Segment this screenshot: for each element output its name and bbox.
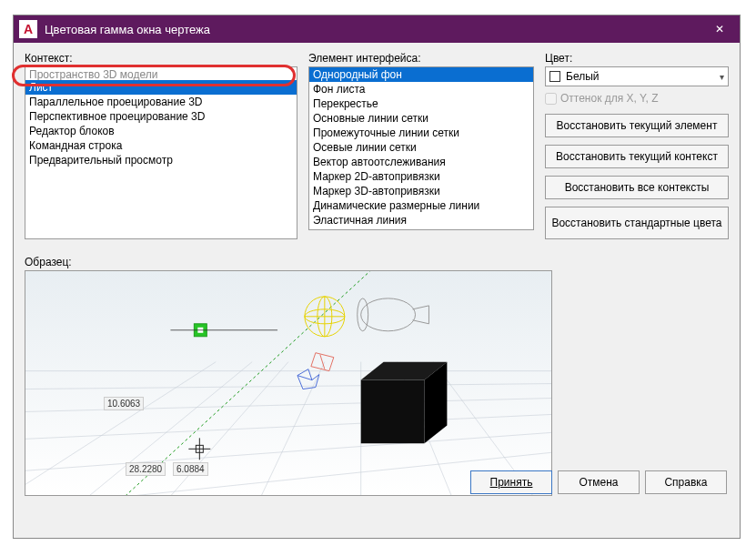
svg-point-22 bbox=[361, 298, 416, 331]
list-item[interactable]: Фон листа bbox=[309, 82, 533, 96]
close-icon: ✕ bbox=[715, 23, 724, 35]
list-item[interactable]: Основные линии сетки bbox=[309, 111, 533, 126]
list-item[interactable]: Эластичная линия bbox=[309, 213, 533, 228]
list-item[interactable]: Параллельное проецирование 3D bbox=[25, 95, 297, 109]
context-column: Контекст: Пространство 3D модели Лист Па… bbox=[25, 52, 297, 247]
list-item[interactable]: Редактор блоков bbox=[25, 124, 297, 138]
ui-element-column: Элемент интерфейса: Однородный фон Фон л… bbox=[308, 52, 534, 247]
dialog-buttons: Принять Отмена Справка bbox=[470, 470, 727, 494]
window-title: Цветовая гамма окна чертежа bbox=[45, 23, 700, 36]
dialog-window: A Цветовая гамма окна чертежа ✕ Контекст… bbox=[13, 15, 741, 539]
color-column: Цвет: Белый ▾ Оттенок для X, Y, Z Восста… bbox=[545, 52, 729, 247]
list-item[interactable]: Вектор автоотслеживания bbox=[309, 155, 533, 169]
list-item[interactable]: Осевые линии сетки bbox=[309, 140, 533, 155]
restore-context-button[interactable]: Восстановить текущий контекст bbox=[545, 145, 729, 168]
svg-line-1 bbox=[25, 384, 551, 389]
list-item[interactable]: Промежуточные линии сетки bbox=[309, 126, 533, 140]
list-item[interactable]: Маркер 2D-автопривязки bbox=[309, 169, 533, 184]
svg-marker-25 bbox=[361, 380, 425, 444]
cancel-button[interactable]: Отмена bbox=[558, 470, 640, 494]
app-icon: A bbox=[19, 20, 37, 38]
restore-standard-colors-button[interactable]: Восстановить стандартные цвета bbox=[545, 207, 729, 239]
color-name: Белый bbox=[566, 70, 599, 83]
coordinate-callout: 10.6063 bbox=[104, 397, 144, 410]
color-label: Цвет: bbox=[545, 52, 729, 65]
sample-label: Образец: bbox=[25, 256, 729, 268]
list-item[interactable]: Перспективное проецирование 3D bbox=[25, 109, 297, 124]
coordinate-callout: 28.2280 bbox=[126, 462, 166, 476]
restore-element-button[interactable]: Восстановить текущий элемент bbox=[545, 114, 729, 137]
help-button[interactable]: Справка bbox=[645, 470, 727, 494]
list-item[interactable]: Маркер 3D-автопривязки bbox=[309, 184, 533, 198]
svg-point-23 bbox=[358, 298, 368, 331]
preview-pane: 10.6063 28.2280 6.0884 bbox=[25, 270, 552, 496]
list-item[interactable]: Лист bbox=[25, 80, 297, 95]
restore-all-contexts-button[interactable]: Восстановить все контексты bbox=[545, 176, 729, 199]
context-label: Контекст: bbox=[25, 52, 297, 65]
list-item[interactable]: Командная строка bbox=[25, 138, 297, 153]
chevron-down-icon: ▾ bbox=[720, 72, 724, 82]
context-listbox[interactable]: Пространство 3D модели Лист Параллельное… bbox=[25, 66, 297, 239]
color-swatch-icon bbox=[549, 71, 560, 82]
tint-checkbox bbox=[545, 93, 557, 105]
list-item[interactable]: Динамические размерные линии bbox=[309, 198, 533, 213]
titlebar: A Цветовая гамма окна чертежа ✕ bbox=[14, 15, 740, 43]
coordinate-callout: 6.0884 bbox=[173, 462, 208, 476]
tint-label: Оттенок для X, Y, Z bbox=[560, 92, 659, 105]
ui-element-label: Элемент интерфейса: bbox=[308, 52, 534, 65]
svg-line-3 bbox=[25, 414, 551, 439]
close-button[interactable]: ✕ bbox=[700, 15, 740, 43]
preview-grid-icon bbox=[25, 271, 551, 496]
color-dropdown[interactable]: Белый ▾ bbox=[545, 66, 729, 86]
tint-checkbox-row: Оттенок для X, Y, Z bbox=[545, 92, 729, 105]
dialog-content: Контекст: Пространство 3D модели Лист Па… bbox=[14, 43, 740, 505]
list-item[interactable]: Однородный фон bbox=[309, 67, 533, 82]
svg-line-24 bbox=[297, 376, 312, 380]
apply-button[interactable]: Принять bbox=[470, 470, 552, 494]
list-item[interactable]: Предварительный просмотр bbox=[25, 153, 297, 167]
ui-element-listbox[interactable]: Однородный фон Фон листа Перекрестье Осн… bbox=[308, 66, 534, 230]
list-item[interactable]: Пространство 3D модели bbox=[25, 67, 297, 80]
list-item[interactable]: Перекрестье bbox=[309, 96, 533, 111]
svg-line-6 bbox=[89, 362, 252, 496]
list-item[interactable]: Подсказка при прочерчивании bbox=[309, 228, 533, 230]
